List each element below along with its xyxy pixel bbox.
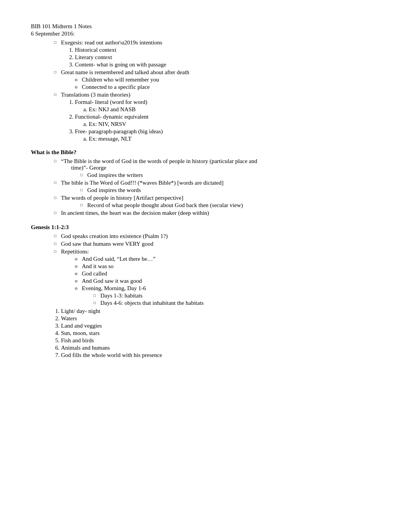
list-item: Translations (3 main theories) Formal- l… [54,92,378,142]
item-text: Animals and humans [61,345,110,351]
free-alpha: Ex: message, NLT [75,136,378,142]
item-text: Free- paragraph-paragraph (big ideas) [75,128,163,134]
repetitions-list: And God said, “Let there be…” And it was… [61,256,378,306]
list-item: The words of people in history [Artifact… [54,195,378,209]
section2-header: What is the Bible? [31,149,378,156]
functional-alpha: Ex: NIV, NRSV [75,121,378,127]
days-numbered-list: Light/ day- night Waters Land and veggie… [42,308,378,359]
list-item: Animals and humans [61,345,378,351]
list-item: God fills the whole world with his prese… [61,352,378,359]
list-item: Land and veggies [61,323,378,329]
formal-alpha: Ex: NKJ and NASB [75,106,378,113]
item-text: Formal- literal (word for word) [75,99,147,105]
item-text: God saw that humans were VERY good [61,241,153,247]
list-item: Free- paragraph-paragraph (big ideas) Ex… [75,128,378,142]
item-text: Days 1-3: habitats [100,292,142,299]
item-text: Land and veggies [61,323,102,329]
list-item: God speaks creation into existence (Psal… [54,233,378,240]
list-item: Historical context [75,47,378,53]
item-text: Content- what is going on with passage [75,61,166,68]
item-text: The words of people in history [Artifact… [61,195,183,201]
item-text: Sun, moon, stars [61,330,100,336]
item-text: And God said, “Let there be…” [82,256,156,262]
item-text: Great name is remembered and talked abou… [61,69,189,75]
section1-list: Exegesis: read out author\u2019s intenti… [42,39,378,142]
item-text: God called [82,270,107,277]
item-text: And God saw it was good [82,278,142,284]
list-item: Ex: message, NLT [89,136,378,142]
section3-header: Genesis 1:1-2:3 [31,224,378,231]
list-item: Evening, Morning, Day 1-6 Days 1-3: habi… [75,285,378,306]
item-text: Fish and birds [61,337,94,343]
item-text: The bible is The Word of God!!! (*waves … [61,180,224,186]
list-item: “The Bible is the word of God in the wor… [54,158,378,178]
list-item: Record of what people thought about God … [80,202,378,209]
list-item: And God said, “Let there be…” [75,256,378,262]
list-item: Exegesis: read out author\u2019s intenti… [54,39,378,68]
list-item: Sun, moon, stars [61,330,378,337]
document: BIB 101 Midterm 1 Notes 6 September 2016… [31,23,378,359]
section2-list: “The Bible is the word of God in the wor… [42,158,378,216]
list-item: The bible is The Word of God!!! (*waves … [54,180,378,194]
item-text: Waters [61,315,77,321]
greatname-sublist: Children who will remember you Connected… [61,76,378,90]
section2-content: “The Bible is the word of God in the wor… [31,158,378,216]
item-text: Functional- dynamic equivalent [75,114,149,120]
section3: Genesis 1:1-2:3 God speaks creation into… [31,224,378,359]
list-item: Content- what is going on with passage [75,61,378,68]
item-text: In ancient times, the heart was the deci… [61,210,209,216]
list-item: Connected to a specific place [75,84,378,90]
list-item: Repetitions: And God said, “Let there be… [54,248,378,306]
item-text: Translations (3 main theories) [61,92,130,98]
list-item: God inspires the words [80,187,378,194]
item-text: And it was so [82,263,114,269]
list-item: And God saw it was good [75,278,378,284]
item-text: Evening, Morning, Day 1-6 [82,285,146,291]
item-text: Exegesis: read out author\u2019s intenti… [61,39,162,46]
list-item: God inspires the writers [80,172,378,178]
item-text: Ex: message, NLT [89,136,132,142]
item-text: God fills the whole world with his prese… [61,352,162,358]
list-item: Literary context [75,54,378,61]
item-text: Connected to a specific place [82,84,150,90]
section3-content: God speaks creation into existence (Psal… [31,233,378,359]
list-item: Great name is remembered and talked abou… [54,69,378,90]
item-text: Children who will remember you [82,76,159,83]
exegesis-sublist: Historical context Literary context Cont… [61,47,378,68]
item-text: Light/ day- night [61,308,100,314]
item-text: God inspires the writers [87,172,143,178]
list-item: God called [75,270,378,277]
bible-sub2: God inspires the words [61,187,378,194]
item-text: “The Bible is the word of God in the wor… [61,158,257,171]
item-text: Ex: NIV, NRSV [89,121,126,127]
section2: What is the Bible? “The Bible is the wor… [31,149,378,216]
item-text: Record of what people thought about God … [87,202,243,208]
list-item: Light/ day- night [61,308,378,314]
list-item: Waters [61,315,378,322]
list-item: Functional- dynamic equivalent Ex: NIV, … [75,114,378,127]
list-item: Ex: NIV, NRSV [89,121,378,127]
section1: Exegesis: read out author\u2019s intenti… [31,39,378,142]
list-item: Days 1-3: habitats [93,292,378,299]
doc-date: 6 September 2016: [31,31,378,37]
list-item: Days 4-6: objects that inhabitant the ha… [93,300,378,306]
item-text: Ex: NKJ and NASB [89,106,136,112]
bible-sub3: Record of what people thought about God … [61,202,378,209]
translations-sublist: Formal- literal (word for word) Ex: NKJ … [61,99,378,142]
item-text: Days 4-6: objects that inhabitant the ha… [100,300,203,306]
list-item: In ancient times, the heart was the deci… [54,210,378,216]
list-item: God saw that humans were VERY good [54,241,378,247]
list-item: Formal- literal (word for word) Ex: NKJ … [75,99,378,113]
item-text: Historical context [75,47,116,53]
list-item: Fish and birds [61,337,378,344]
item-text: God speaks creation into existence (Psal… [61,233,168,239]
days-sublist: Days 1-3: habitats Days 4-6: objects tha… [82,292,378,306]
item-text: God inspires the words [87,187,141,193]
genesis-list: God speaks creation into existence (Psal… [42,233,378,306]
item-text: Repetitions: [61,248,89,255]
doc-title: BIB 101 Midterm 1 Notes [31,23,378,30]
list-item: And it was so [75,263,378,270]
list-item: Ex: NKJ and NASB [89,106,378,113]
item-text: Literary context [75,54,112,60]
list-item: Children who will remember you [75,76,378,83]
